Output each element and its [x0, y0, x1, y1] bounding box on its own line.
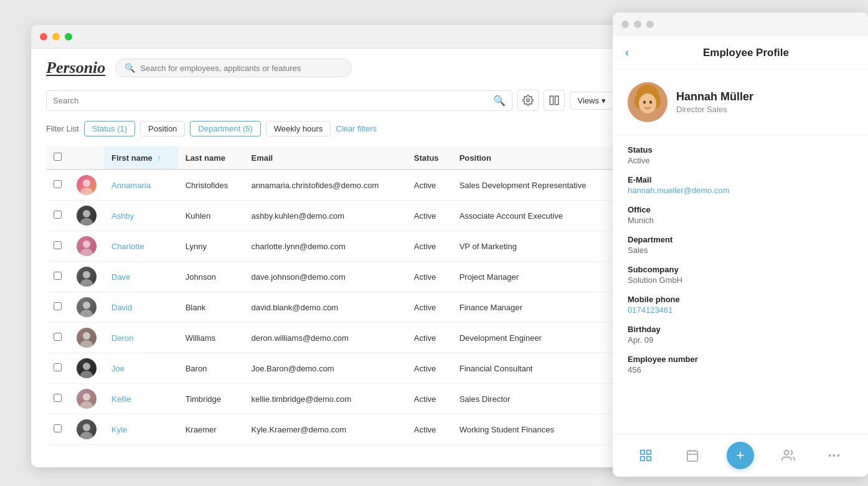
panel-dot-3: [646, 21, 654, 28]
profile-detail-row: Employee number 456: [628, 355, 853, 374]
row-checkbox-cell[interactable]: [46, 201, 69, 231]
row-checkbox[interactable]: [54, 211, 62, 219]
avatar-cell: [69, 292, 104, 323]
profile-titlebar: [613, 12, 868, 36]
employee-first-name-link[interactable]: Deron: [111, 333, 133, 343]
profile-field-value[interactable]: hannah.mueller@demo.com: [628, 186, 853, 195]
row-checkbox[interactable]: [54, 394, 62, 402]
employee-first-name-link[interactable]: Dave: [111, 272, 130, 282]
close-button[interactable]: [40, 33, 47, 40]
views-button[interactable]: Views ▾: [570, 92, 614, 110]
email-header[interactable]: Email: [244, 146, 407, 169]
svg-point-7: [83, 210, 90, 217]
add-action-button[interactable]: +: [727, 442, 754, 469]
table-row: Ashby Kuhlen ashby.kuhlen@demo.com Activ…: [46, 201, 614, 231]
last-name-header[interactable]: Last name: [178, 146, 244, 169]
employee-first-name-link[interactable]: David: [111, 303, 132, 312]
row-checkbox[interactable]: [54, 424, 62, 432]
first-name-cell[interactable]: Charlotte: [104, 231, 178, 262]
row-checkbox-cell[interactable]: [46, 384, 69, 414]
first-name-cell[interactable]: David: [104, 292, 178, 323]
first-name-cell[interactable]: Joe: [104, 353, 178, 384]
first-name-cell[interactable]: Kellie: [104, 384, 178, 414]
profile-field-value: Active: [628, 156, 853, 165]
svg-point-13: [83, 271, 90, 279]
first-name-header[interactable]: First name ↑: [104, 146, 178, 169]
filter-chip-weekly-hours[interactable]: Weekly hours: [266, 121, 331, 136]
views-label: Views: [578, 96, 599, 105]
employee-first-name-link[interactable]: Kyle: [111, 425, 127, 434]
svg-point-36: [649, 101, 652, 104]
row-checkbox[interactable]: [54, 180, 62, 188]
first-name-cell[interactable]: Dave: [104, 262, 178, 292]
employee-first-name-link[interactable]: Charlotte: [111, 242, 144, 251]
profile-avatar-image: [628, 82, 668, 122]
profile-field-label: Birthday: [628, 325, 853, 334]
filter-chip-position[interactable]: Position: [140, 121, 185, 136]
row-checkbox-cell[interactable]: [46, 169, 69, 201]
calendar-action-button[interactable]: [680, 443, 705, 468]
profile-field-label: Subcompany: [628, 265, 853, 274]
status-header[interactable]: Status: [407, 146, 452, 169]
employee-first-name-link[interactable]: Annamaria: [111, 181, 151, 190]
avatar-cell: [69, 414, 104, 445]
more-action-button[interactable]: •••: [823, 443, 847, 468]
row-checkbox-cell[interactable]: [46, 414, 69, 445]
row-checkbox[interactable]: [54, 241, 62, 249]
columns-icon-button[interactable]: [544, 90, 565, 111]
svg-point-4: [83, 179, 90, 187]
maximize-button[interactable]: [65, 33, 72, 40]
last-name-cell: Kraemer: [178, 414, 244, 445]
row-checkbox-cell[interactable]: [46, 292, 69, 323]
first-name-cell[interactable]: Annamaria: [104, 169, 178, 201]
minimize-button[interactable]: [52, 33, 60, 40]
sort-arrow-icon: ↑: [157, 153, 161, 163]
status-cell: Active: [407, 323, 452, 353]
position-cell: Project Manager: [452, 262, 614, 292]
search-submit-icon[interactable]: 🔍: [493, 95, 506, 107]
row-checkbox[interactable]: [54, 272, 62, 280]
filter-list: Filter List Status (1) Position Departme…: [46, 121, 614, 136]
employee-search-box[interactable]: 🔍: [46, 90, 512, 111]
back-button[interactable]: ‹: [625, 46, 629, 59]
row-checkbox-cell[interactable]: [46, 231, 69, 262]
select-all-checkbox[interactable]: [54, 153, 62, 161]
first-name-cell[interactable]: Deron: [104, 323, 178, 353]
avatar-cell: [69, 353, 104, 384]
first-name-cell[interactable]: Ashby: [104, 201, 178, 231]
position-cell: Associate Account Executive: [452, 201, 614, 231]
row-checkbox-cell[interactable]: [46, 262, 69, 292]
profile-field-label: Office: [628, 205, 853, 214]
employee-search-input[interactable]: [53, 96, 488, 105]
personio-logo: Personio: [46, 59, 105, 77]
global-search-input[interactable]: [140, 64, 342, 73]
profile-field-value[interactable]: 0174123461: [628, 305, 853, 315]
position-header[interactable]: Position: [452, 146, 614, 169]
position-cell: Finance Manager: [452, 292, 614, 323]
global-search-bar[interactable]: 🔍: [115, 59, 352, 77]
last-name-cell: Blank: [178, 292, 244, 323]
team-action-button[interactable]: [776, 443, 801, 468]
row-checkbox[interactable]: [54, 363, 62, 371]
filter-chip-status[interactable]: Status (1): [84, 121, 135, 136]
row-checkbox-cell[interactable]: [46, 353, 69, 384]
row-checkbox-cell[interactable]: [46, 323, 69, 353]
settings-icon-button[interactable]: [517, 90, 539, 111]
profile-field-value: Munich: [628, 216, 853, 225]
clear-filters-link[interactable]: Clear filters: [336, 124, 377, 133]
select-all-header[interactable]: [46, 146, 69, 169]
employee-first-name-link[interactable]: Ashby: [111, 211, 134, 221]
employee-first-name-link[interactable]: Joe: [111, 364, 125, 373]
main-window: Personio 🔍 🔍: [31, 25, 629, 467]
first-name-cell[interactable]: Kyle: [104, 414, 178, 445]
profile-field-value: Apr. 09: [628, 335, 853, 345]
employee-avatar: [77, 419, 97, 439]
row-checkbox[interactable]: [54, 333, 62, 341]
table-row: Joe Baron Joe.Baron@demo.com Active Fina…: [46, 353, 614, 384]
overview-action-button[interactable]: [633, 443, 658, 468]
profile-field-value: Solution GmbH: [628, 275, 853, 285]
status-cell: Active: [407, 201, 452, 231]
filter-chip-department[interactable]: Department (5): [190, 121, 260, 136]
employee-first-name-link[interactable]: Kellie: [111, 394, 131, 404]
row-checkbox[interactable]: [54, 302, 62, 310]
